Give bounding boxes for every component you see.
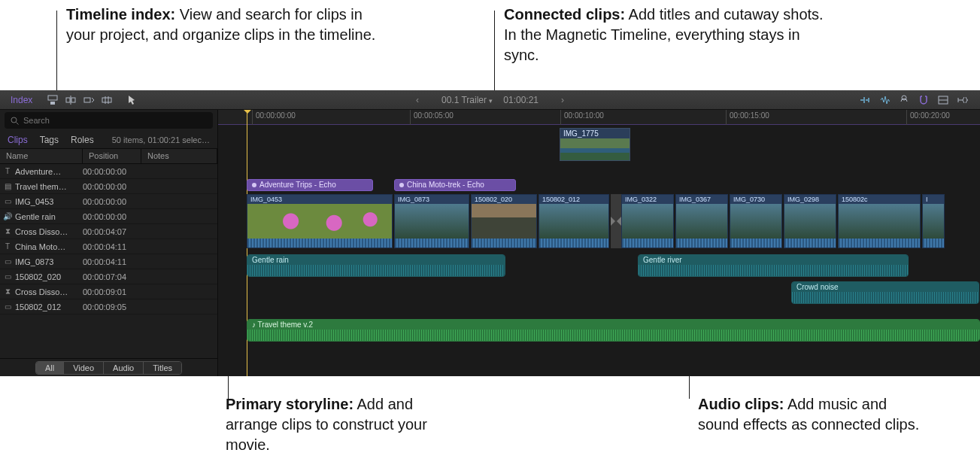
- append-clip-icon[interactable]: [83, 95, 94, 105]
- video-clip[interactable]: 150802_012: [539, 194, 609, 248]
- video-clip[interactable]: IMG_0873: [394, 194, 469, 248]
- audio-clip-rain[interactable]: Gentle rain: [247, 254, 505, 277]
- filter-titles[interactable]: Titles: [144, 362, 181, 374]
- video-clip-label: 150802_020: [472, 195, 536, 204]
- col-notes[interactable]: Notes: [141, 149, 217, 163]
- clip-type-icon: ▭: [0, 257, 15, 266]
- time-ruler[interactable]: 00:00:00:0000:00:05:0000:00:10:0000:00:1…: [218, 110, 980, 125]
- index-summary: 50 items, 01:00:21 selec…: [112, 135, 210, 144]
- ruler-tick: 00:00:00:00: [256, 111, 296, 120]
- list-item[interactable]: ▭150802_02000:00:07:04: [0, 269, 217, 284]
- clip-type-icon: ⧗: [0, 287, 15, 296]
- video-clip[interactable]: IMG_0730: [730, 194, 782, 248]
- list-item[interactable]: ▤Travel them…00:00:00:00: [0, 179, 217, 194]
- clip-name: 150802_020: [15, 272, 83, 281]
- audio-skimming-icon[interactable]: [879, 95, 890, 105]
- clip-name: Gentle rain: [15, 212, 83, 221]
- list-item[interactable]: ▭IMG_045300:00:00:00: [0, 194, 217, 209]
- list-item[interactable]: TAdventure…00:00:00:00: [0, 164, 217, 179]
- toolbar: Index ‹ 00.1 Trailer ▾ 01:00:21 ›: [0, 90, 980, 110]
- video-clip[interactable]: 150802_020: [471, 194, 537, 248]
- list-item[interactable]: ⧗Cross Disso…00:00:04:07: [0, 224, 217, 239]
- video-clip[interactable]: IMG_0322: [621, 194, 674, 248]
- zoom-tool-icon[interactable]: [957, 95, 968, 105]
- index-button[interactable]: Index: [0, 95, 43, 105]
- skimming-icon[interactable]: [860, 95, 870, 105]
- audio-clip-crowd[interactable]: Crowd noise: [791, 281, 979, 304]
- video-clip-label: I: [923, 195, 944, 204]
- audio-label: Crowd noise: [792, 282, 978, 292]
- clip-position: 00:00:04:11: [83, 257, 141, 266]
- filter-audio[interactable]: Audio: [104, 362, 144, 374]
- clip-type-icon: ▭: [0, 302, 15, 311]
- video-clip[interactable]: IMG_0367: [675, 194, 728, 248]
- connect-clip-icon[interactable]: [47, 95, 58, 105]
- project-title[interactable]: 00.1 Trailer ▾: [441, 95, 493, 105]
- clip-name: Adventure…: [15, 167, 83, 176]
- callout-timeline-index: Timeline index: View and search for clip…: [66, 5, 382, 45]
- list-item[interactable]: ⧗Cross Disso…00:00:09:01: [0, 284, 217, 299]
- timeline-index-panel: Search Clips Tags Roles 50 items, 01:00:…: [0, 110, 218, 376]
- video-clip-label: IMG_0367: [676, 195, 727, 204]
- title-clip[interactable]: Adventure Trips - Echo: [247, 179, 373, 191]
- filter-bar: All Video Audio Titles: [0, 358, 217, 376]
- clip-name: Cross Disso…: [15, 287, 83, 296]
- select-tool-icon[interactable]: [127, 95, 138, 105]
- video-clip[interactable]: IMG_0453: [247, 194, 393, 248]
- audio-label: Gentle river: [639, 255, 908, 265]
- svg-rect-4: [84, 98, 90, 102]
- next-edit-icon[interactable]: ›: [561, 95, 564, 105]
- tab-roles[interactable]: Roles: [71, 135, 94, 145]
- video-clip-label: IMG_0322: [622, 195, 673, 204]
- clip-name: Travel them…: [15, 182, 83, 191]
- audio-clip-music[interactable]: ♪ Travel theme v.2: [247, 319, 980, 342]
- clip-appearance-icon[interactable]: [938, 95, 948, 105]
- title-clip[interactable]: China Moto-trek - Echo: [394, 179, 516, 191]
- clip-type-icon: 🔊: [0, 212, 15, 220]
- clip-position: 00:00:00:00: [83, 182, 141, 191]
- list-item[interactable]: 🔊Gentle rain00:00:00:00: [0, 209, 217, 224]
- col-name[interactable]: Name: [0, 149, 83, 163]
- svg-rect-0: [48, 96, 57, 100]
- audio-clip-river[interactable]: Gentle river: [638, 254, 909, 277]
- connected-clip-label: IMG_1775: [560, 129, 630, 138]
- video-clip[interactable]: 150802c: [838, 194, 921, 248]
- primary-storyline[interactable]: IMG_0453IMG_0873150802_020150802_012IMG_…: [247, 194, 980, 248]
- clip-name: Cross Disso…: [15, 227, 83, 236]
- clip-position: 00:00:04:07: [83, 227, 141, 236]
- snapping-icon[interactable]: [918, 95, 929, 105]
- clip-position: 00:00:00:00: [83, 167, 141, 176]
- prev-edit-icon[interactable]: ‹: [416, 95, 419, 105]
- svg-point-7: [11, 117, 17, 123]
- ruler-tick: 00:00:20:00: [910, 111, 950, 120]
- tab-tags[interactable]: Tags: [40, 135, 59, 145]
- overwrite-clip-icon[interactable]: [102, 95, 112, 105]
- transition-icon[interactable]: [611, 194, 621, 248]
- svg-rect-5: [102, 98, 111, 102]
- timeline[interactable]: 00:00:00:0000:00:05:0000:00:10:0000:00:1…: [218, 110, 980, 376]
- video-clip-label: 150802_012: [539, 195, 608, 204]
- project-timecode: 01:00:21: [503, 95, 539, 105]
- index-tabs: Clips Tags Roles 50 items, 01:00:21 sele…: [0, 131, 217, 149]
- ruler-tick: 00:00:05:00: [414, 111, 454, 120]
- tab-clips[interactable]: Clips: [8, 135, 28, 145]
- clip-position: 00:00:04:11: [83, 242, 141, 251]
- list-item[interactable]: ▭IMG_087300:00:04:11: [0, 254, 217, 269]
- col-position[interactable]: Position: [83, 149, 141, 163]
- list-item[interactable]: TChina Moto…00:00:04:11: [0, 239, 217, 254]
- connected-clip[interactable]: IMG_1775: [560, 128, 630, 161]
- search-field[interactable]: Search: [5, 112, 213, 129]
- video-clip[interactable]: I: [922, 194, 945, 248]
- audio-label: Gentle rain: [247, 255, 505, 265]
- clip-name: IMG_0453: [15, 197, 83, 206]
- clip-type-icon: ▤: [0, 182, 15, 190]
- callout-connected-clips: Connected clips: Add titles and cutaway …: [504, 5, 835, 65]
- insert-clip-icon[interactable]: [65, 95, 76, 105]
- video-clip[interactable]: IMG_0298: [784, 194, 836, 248]
- video-clip-label: IMG_0453: [247, 195, 392, 204]
- filter-video[interactable]: Video: [64, 362, 104, 374]
- clip-type-icon: ⧗: [0, 227, 15, 236]
- list-item[interactable]: ▭150802_01200:00:09:05: [0, 299, 217, 314]
- filter-all[interactable]: All: [36, 362, 64, 374]
- solo-icon[interactable]: [899, 95, 909, 105]
